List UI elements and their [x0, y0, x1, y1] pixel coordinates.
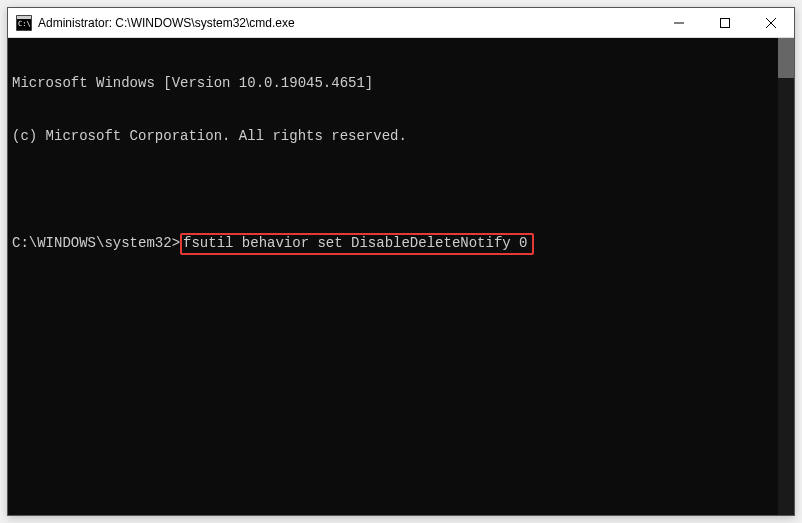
prompt-line: C:\WINDOWS\system32>fsutil behavior set …: [12, 233, 774, 256]
close-button[interactable]: [748, 8, 794, 37]
terminal-output[interactable]: Microsoft Windows [Version 10.0.19045.46…: [8, 38, 778, 515]
svg-text:C:\: C:\: [18, 20, 31, 28]
window-controls: [656, 8, 794, 37]
maximize-button[interactable]: [702, 8, 748, 37]
vertical-scrollbar[interactable]: [778, 38, 794, 515]
version-line: Microsoft Windows [Version 10.0.19045.46…: [12, 75, 774, 93]
copyright-line: (c) Microsoft Corporation. All rights re…: [12, 128, 774, 146]
cmd-icon: C:\: [16, 15, 32, 31]
titlebar[interactable]: C:\ Administrator: C:\WINDOWS\system32\c…: [8, 8, 794, 38]
blank-line: [12, 180, 774, 198]
svg-rect-1: [17, 16, 31, 19]
scrollbar-thumb[interactable]: [778, 38, 794, 78]
command-highlight: fsutil behavior set DisableDeleteNotify …: [180, 233, 533, 256]
command-text: fsutil behavior set DisableDeleteNotify …: [183, 235, 527, 251]
window-title: Administrator: C:\WINDOWS\system32\cmd.e…: [38, 16, 656, 30]
prompt-text: C:\WINDOWS\system32>: [12, 235, 180, 251]
cmd-window: C:\ Administrator: C:\WINDOWS\system32\c…: [7, 7, 795, 516]
terminal-container: Microsoft Windows [Version 10.0.19045.46…: [8, 38, 794, 515]
minimize-button[interactable]: [656, 8, 702, 37]
svg-rect-4: [721, 18, 730, 27]
